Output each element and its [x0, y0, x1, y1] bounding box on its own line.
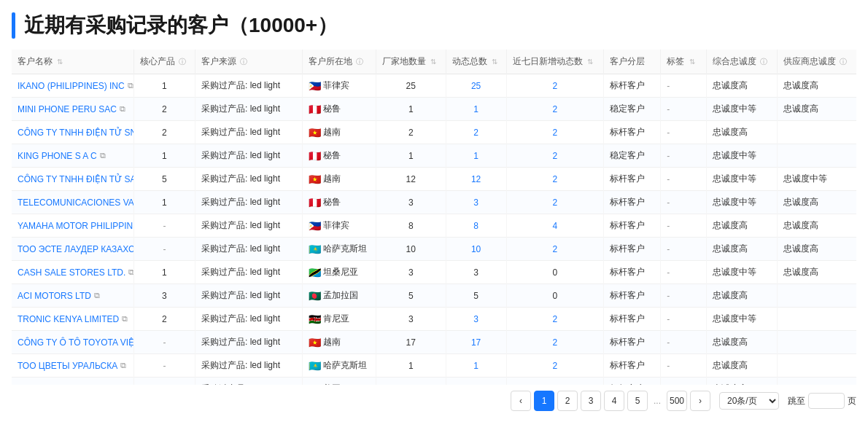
- col-segment[interactable]: 客户分层: [603, 50, 660, 74]
- source-cell: 采购过产品: led light: [195, 238, 303, 261]
- tag-cell: -: [661, 261, 707, 284]
- total-orders-cell: 6: [446, 378, 506, 386]
- total-orders-cell: 3: [446, 308, 506, 331]
- jump-input[interactable]: [808, 393, 845, 409]
- last-page-button[interactable]: 500: [667, 391, 687, 411]
- jump-suffix: 页: [848, 395, 856, 407]
- customer-name-link[interactable]: CÔNG TY TNHH ĐIỆN TỬ SNC ... ⧉: [18, 128, 128, 138]
- page-size-select[interactable]: 20条/页 50条/页 100条/页: [719, 392, 779, 410]
- customer-name-link[interactable]: CÔNG TY Ô TÔ TOYOTA VIỆT N... ⧉: [18, 337, 128, 348]
- table-body: IKANO (PHILIPPINES) INC ⧉ 1 采购过产品: led l…: [12, 74, 856, 386]
- total-orders-cell: 2: [446, 121, 506, 144]
- segment-cell: 标杆客户: [603, 308, 660, 331]
- core-product-cell: -: [133, 214, 195, 238]
- col-core-product[interactable]: 核心产品 ⓘ: [133, 50, 195, 74]
- page-4-button[interactable]: 4: [604, 391, 624, 411]
- customer-name-link[interactable]: MINI PHONE PERU SAC ⧉: [18, 104, 128, 114]
- tag-value: -: [667, 151, 670, 161]
- flag-icon: 🇻🇳: [309, 337, 321, 348]
- customer-name-link[interactable]: IKANO (PHILIPPINES) INC ⧉: [18, 81, 128, 91]
- loyalty-cell: 忠诚度高: [707, 214, 778, 238]
- customer-name-link[interactable]: CASH SALE STORES LTD. ⧉: [18, 267, 128, 278]
- total-orders-cell: 1: [446, 354, 506, 378]
- loyalty-cell: 忠诚度中等: [707, 98, 778, 121]
- suppliers-cell: 10: [376, 238, 446, 261]
- customer-name-link[interactable]: YAMAHA MOTOR PHILIPPINES I... ⧉: [18, 221, 128, 231]
- col-total-orders[interactable]: 动态总数 ⇅: [446, 50, 506, 74]
- flag-icon: 🇰🇿: [309, 243, 321, 255]
- col-tag[interactable]: 标签 ⇅: [661, 50, 707, 74]
- sort-icon: ⇅: [587, 58, 593, 66]
- tag-cell: -: [661, 98, 707, 121]
- table-row: TRONIC KENYA LIMITED ⧉ 2 采购过产品: led ligh…: [12, 308, 856, 331]
- total-orders-cell: 3: [446, 261, 506, 284]
- loyalty-cell: 忠诚度中等: [707, 308, 778, 331]
- segment-cell: 标杆客户: [603, 191, 660, 214]
- customer-name-cell: CASH SALE STORES LTD. ⧉: [12, 261, 133, 284]
- supplier-loyalty-cell: [777, 331, 856, 354]
- page-2-button[interactable]: 2: [557, 391, 578, 411]
- customer-name-link[interactable]: KING PHONE S A C ⧉: [18, 151, 128, 161]
- supplier-loyalty-cell: 忠诚度高: [777, 191, 856, 214]
- prev-page-button[interactable]: ‹: [511, 391, 531, 411]
- customer-name-link[interactable]: ТОО ЦВЕТЫ УРАЛЬСКА ⧉: [18, 361, 128, 371]
- week-orders-cell: 2: [506, 191, 603, 214]
- info-icon: ⓘ: [179, 58, 186, 66]
- location-cell: 🇹🇿坦桑尼亚: [302, 261, 376, 284]
- copy-icon[interactable]: ⧉: [120, 361, 126, 370]
- copy-icon[interactable]: ⧉: [94, 291, 100, 300]
- flag-icon: 🇵🇭: [309, 220, 321, 232]
- pagination: ‹ 1 2 3 4 5 ... 500 › 20条/页 50条/页 100条/页…: [12, 385, 856, 413]
- customer-name-link[interactable]: TELECOMUNICACIONES VALLE ... ⧉: [18, 198, 128, 208]
- customer-name-link[interactable]: ACI MOTORS LTD ⧉: [18, 291, 128, 301]
- loyalty-cell: 忠诚度中等: [707, 144, 778, 168]
- week-orders-cell: 2: [506, 331, 603, 354]
- customer-name-cell: ТОО ЦВЕТЫ УРАЛЬСКА ⧉: [12, 354, 133, 378]
- col-source[interactable]: 客户来源 ⓘ: [195, 50, 303, 74]
- col-location[interactable]: 客户所在地 ⓘ: [302, 50, 376, 74]
- source-cell: 采购过产品: led light: [195, 98, 303, 121]
- suppliers-cell: 1: [376, 144, 446, 168]
- customer-name-link[interactable]: ТОО ЭСТЕ ЛАУДЕР КАЗАХСТАН ⧉: [18, 244, 128, 254]
- suppliers-cell: 1: [376, 354, 446, 378]
- page-3-button[interactable]: 3: [581, 391, 601, 411]
- week-orders-cell: 2: [506, 238, 603, 261]
- info-icon: ⓘ: [356, 58, 363, 66]
- loyalty-cell: 忠诚度高: [707, 238, 778, 261]
- copy-icon[interactable]: ⧉: [128, 267, 133, 277]
- page-5-button[interactable]: 5: [627, 391, 648, 411]
- col-suppliers[interactable]: 厂家地数量 ⇅: [376, 50, 446, 74]
- source-cell: 采购过产品: led light: [195, 331, 303, 354]
- col-week-orders[interactable]: 近七日新增动态数 ⇅: [506, 50, 603, 74]
- location-cell: 🇵🇪秘鲁: [302, 191, 376, 214]
- location-cell: 🇵🇭菲律宾: [302, 74, 376, 98]
- next-page-button[interactable]: ›: [690, 391, 710, 411]
- total-orders-cell: 8: [446, 214, 506, 238]
- table-row: YAMAHA MOTOR PHILIPPINES I... ⧉ - 采购过产品:…: [12, 214, 856, 238]
- segment-cell: 稳定客户: [603, 144, 660, 168]
- location-cell: 🇰🇿哈萨克斯坦: [302, 354, 376, 378]
- supplier-loyalty-cell: 忠诚度高: [777, 74, 856, 98]
- col-loyalty[interactable]: 综合忠诚度 ⓘ: [707, 50, 778, 74]
- loyalty-cell: 忠诚度高: [707, 331, 778, 354]
- core-product-cell: -: [133, 331, 195, 354]
- customer-name-link[interactable]: CÔNG TY TNHH ĐIỆN TỬ SAMS... ⧉: [18, 174, 128, 184]
- week-orders-cell: 0: [506, 284, 603, 308]
- location-cell: 🇺🇸美国: [302, 378, 376, 386]
- copy-icon[interactable]: ⧉: [100, 151, 106, 160]
- customer-name-link[interactable]: TRONIC KENYA LIMITED ⧉: [18, 314, 128, 324]
- col-supplier-loyalty[interactable]: 供应商忠诚度 ⓘ: [777, 50, 856, 74]
- total-orders-cell: 3: [446, 191, 506, 214]
- flag-icon: 🇰🇪: [309, 313, 321, 325]
- copy-icon[interactable]: ⧉: [128, 81, 133, 90]
- copy-icon[interactable]: ⧉: [122, 314, 128, 324]
- customer-table: 客户名称 ⇅ 核心产品 ⓘ 客户来源 ⓘ 客户所在地 ⓘ: [12, 50, 856, 385]
- tag-value: -: [667, 291, 670, 301]
- suppliers-cell: 1: [376, 98, 446, 121]
- tag-cell: -: [661, 331, 707, 354]
- col-customer-name[interactable]: 客户名称 ⇅: [12, 50, 133, 74]
- flag-icon: 🇰🇿: [309, 360, 321, 372]
- copy-icon[interactable]: ⧉: [120, 104, 125, 114]
- core-product-cell: 2: [133, 98, 195, 121]
- page-1-button[interactable]: 1: [534, 391, 554, 411]
